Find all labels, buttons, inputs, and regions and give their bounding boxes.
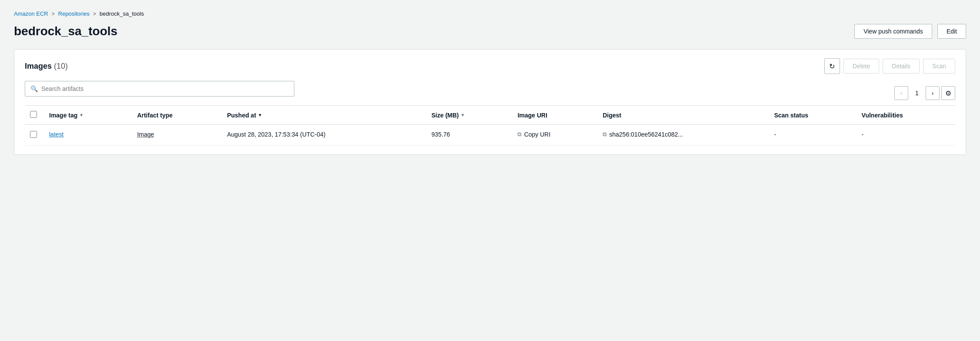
- pushed-at-sort[interactable]: Pushed at ▼: [227, 112, 417, 119]
- table-header-artifact-type: Artifact type: [130, 106, 220, 125]
- scan-status-value: -: [774, 131, 776, 138]
- images-table-wrapper: Image tag ▼ Artifact type Pushed at ▼: [25, 105, 955, 146]
- table-row: latest Image August 28, 2023, 17:53:34 (…: [25, 125, 955, 146]
- pushed-at-value: August 28, 2023, 17:53:34 (UTC-04): [227, 131, 325, 138]
- row-pushed-at: August 28, 2023, 17:53:34 (UTC-04): [220, 125, 424, 146]
- table-header-vulnerabilities: Vulnerabilities: [855, 106, 955, 125]
- header-buttons: View push commands Edit: [854, 24, 966, 39]
- search-pagination-row: 🔍 ‹ 1 › ⚙: [25, 81, 955, 105]
- page-header: bedrock_sa_tools View push commands Edit: [14, 24, 966, 39]
- row-scan-status: -: [767, 125, 854, 146]
- image-tag-sort-icon: ▼: [79, 113, 83, 117]
- copy-uri-button[interactable]: ⧉ Copy URI: [517, 131, 589, 138]
- pagination-current-page: 1: [910, 86, 924, 100]
- pagination-next-button[interactable]: ›: [926, 86, 940, 100]
- search-input[interactable]: [41, 85, 289, 92]
- table-header-image-tag: Image tag ▼: [42, 106, 130, 125]
- refresh-button[interactable]: ↻: [824, 58, 840, 74]
- row-checkbox[interactable]: [30, 131, 37, 138]
- breadcrumb-separator-1: >: [52, 11, 55, 17]
- search-bar: 🔍: [25, 81, 294, 97]
- images-card: Images (10) ↻ Delete Details Scan 🔍 ‹ 1: [14, 49, 966, 155]
- card-toolbar: Images (10) ↻ Delete Details Scan: [25, 58, 955, 74]
- size-mb-value: 935.76: [431, 131, 450, 138]
- edit-button[interactable]: Edit: [937, 24, 966, 39]
- breadcrumb: Amazon ECR > Repositories > bedrock_sa_t…: [14, 10, 966, 17]
- row-digest: ⧉ sha256:010ee56241c082...: [596, 125, 767, 146]
- delete-button[interactable]: Delete: [843, 59, 879, 74]
- table-header-scan-status: Scan status: [767, 106, 854, 125]
- image-tag-link[interactable]: latest: [49, 131, 63, 138]
- scan-button[interactable]: Scan: [923, 59, 955, 74]
- row-checkbox-cell: [25, 125, 42, 146]
- vulnerabilities-value: -: [862, 131, 864, 138]
- breadcrumb-repositories-link[interactable]: Repositories: [58, 10, 90, 17]
- toolbar-right: ↻ Delete Details Scan: [824, 58, 955, 74]
- digest-icon: ⧉: [603, 131, 607, 138]
- pushed-at-sort-icon: ▼: [258, 113, 262, 117]
- row-artifact-type: Image: [130, 125, 220, 146]
- images-table: Image tag ▼ Artifact type Pushed at ▼: [25, 106, 955, 146]
- images-count: (10): [54, 62, 68, 70]
- image-tag-sort[interactable]: Image tag ▼: [49, 112, 123, 119]
- table-header-pushed-at: Pushed at ▼: [220, 106, 424, 125]
- breadcrumb-ecr-link[interactable]: Amazon ECR: [14, 10, 48, 17]
- table-settings-button[interactable]: ⚙: [941, 86, 955, 100]
- row-image-uri: ⧉ Copy URI: [510, 125, 596, 146]
- breadcrumb-current: bedrock_sa_tools: [100, 10, 144, 17]
- table-header-size-mb: Size (MB) ▼: [424, 106, 510, 125]
- table-header-digest: Digest: [596, 106, 767, 125]
- row-size-mb: 935.76: [424, 125, 510, 146]
- copy-icon: ⧉: [517, 131, 521, 138]
- row-vulnerabilities: -: [855, 125, 955, 146]
- table-header-checkbox: [25, 106, 42, 125]
- table-header-image-uri: Image URI: [510, 106, 596, 125]
- view-push-commands-button[interactable]: View push commands: [854, 24, 932, 39]
- select-all-checkbox[interactable]: [30, 111, 37, 118]
- images-title: Images (10): [25, 62, 68, 71]
- artifact-type-value: Image: [137, 131, 154, 138]
- size-sort-icon: ▼: [460, 113, 465, 117]
- pagination: ‹ 1 › ⚙: [894, 86, 955, 100]
- copy-uri-label: Copy URI: [524, 131, 550, 138]
- pagination-prev-button[interactable]: ‹: [894, 86, 908, 100]
- size-sort[interactable]: Size (MB) ▼: [431, 112, 503, 119]
- page-title: bedrock_sa_tools: [14, 24, 117, 38]
- breadcrumb-separator-2: >: [93, 11, 96, 17]
- digest-value: sha256:010ee56241c082...: [609, 131, 683, 138]
- search-icon: 🔍: [30, 85, 38, 92]
- digest-cell: ⧉ sha256:010ee56241c082...: [603, 131, 760, 138]
- row-image-tag: latest: [42, 125, 130, 146]
- details-button[interactable]: Details: [883, 59, 920, 74]
